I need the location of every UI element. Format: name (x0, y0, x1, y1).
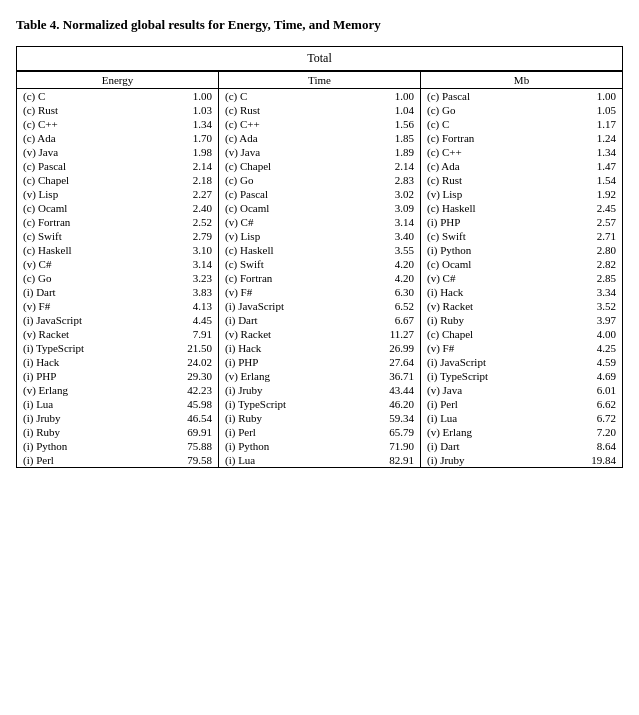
time-section: Time (c) C1.00(c) Rust1.04(c) C++1.56(c)… (219, 71, 421, 468)
lang-cell: (i) Jruby (17, 411, 151, 425)
table-row: (c) C1.00 (17, 89, 218, 104)
value-cell: 11.27 (353, 327, 420, 341)
lang-cell: (i) Python (421, 243, 555, 257)
time-body: (c) C1.00(c) Rust1.04(c) C++1.56(c) Ada1… (219, 89, 420, 468)
table-row: (c) Go2.83 (219, 173, 420, 187)
lang-cell: (i) Ruby (219, 411, 353, 425)
table-row: (c) Ada1.85 (219, 131, 420, 145)
table-row: (c) Ocaml2.40 (17, 201, 218, 215)
table-row: (i) Hack3.34 (421, 285, 622, 299)
table-row: (c) Ocaml2.82 (421, 257, 622, 271)
lang-cell: (c) C++ (17, 117, 151, 131)
table-row: (c) Swift2.71 (421, 229, 622, 243)
value-cell: 3.09 (353, 201, 420, 215)
lang-cell: (i) Dart (219, 313, 353, 327)
data-row: Energy (c) C1.00(c) Rust1.03(c) C++1.34(… (17, 71, 623, 468)
lang-cell: (i) Python (17, 439, 151, 453)
value-cell: 4.20 (353, 257, 420, 271)
value-cell: 21.50 (151, 341, 218, 355)
table-row: (c) C++1.34 (421, 145, 622, 159)
table-row: (v) Lisp3.40 (219, 229, 420, 243)
lang-cell: (v) Erlang (17, 383, 151, 397)
lang-cell: (i) JavaScript (421, 355, 555, 369)
value-cell: 2.79 (151, 229, 218, 243)
value-cell: 2.14 (151, 159, 218, 173)
table-row: (c) Fortran4.20 (219, 271, 420, 285)
value-cell: 46.20 (353, 397, 420, 411)
lang-cell: (v) Erlang (219, 369, 353, 383)
table-row: (i) Jruby43.44 (219, 383, 420, 397)
value-cell: 2.71 (555, 229, 622, 243)
value-cell: 1.92 (555, 187, 622, 201)
value-cell: 2.85 (555, 271, 622, 285)
title-rest: Normalized global results for Energy, Ti… (60, 17, 381, 32)
value-cell: 8.64 (555, 439, 622, 453)
value-cell: 3.52 (555, 299, 622, 313)
value-cell: 2.45 (555, 201, 622, 215)
lang-cell: (c) Ada (421, 159, 555, 173)
value-cell: 59.34 (353, 411, 420, 425)
table-row: (c) Rust1.03 (17, 103, 218, 117)
lang-cell: (i) PHP (219, 355, 353, 369)
lang-cell: (i) Hack (421, 285, 555, 299)
lang-cell: (c) Haskell (421, 201, 555, 215)
table-row: (v) F#6.30 (219, 285, 420, 299)
lang-cell: (i) Hack (17, 355, 151, 369)
lang-cell: (c) Fortran (421, 131, 555, 145)
table-row: (i) Perl65.79 (219, 425, 420, 439)
lang-cell: (c) Go (421, 103, 555, 117)
lang-cell: (c) C (421, 117, 555, 131)
lang-cell: (v) Racket (421, 299, 555, 313)
value-cell: 4.13 (151, 299, 218, 313)
value-cell: 7.20 (555, 425, 622, 439)
value-cell: 3.40 (353, 229, 420, 243)
lang-cell: (c) C (17, 89, 151, 104)
lang-cell: (c) Go (219, 173, 353, 187)
value-cell: 46.54 (151, 411, 218, 425)
lang-cell: (i) Ruby (17, 425, 151, 439)
value-cell: 6.52 (353, 299, 420, 313)
value-cell: 1.03 (151, 103, 218, 117)
lang-cell: (i) TypeScript (17, 341, 151, 355)
value-cell: 69.91 (151, 425, 218, 439)
lang-cell: (c) Pascal (421, 89, 555, 104)
lang-cell: (c) Swift (421, 229, 555, 243)
memory-section: Mb (c) Pascal1.00(c) Go1.05(c) C1.17(c) … (421, 71, 623, 468)
lang-cell: (c) Rust (421, 173, 555, 187)
value-cell: 1.04 (353, 103, 420, 117)
main-table: Total Energy (c) C1.00(c) Rust1.03(c) C+… (16, 46, 623, 468)
value-cell: 1.70 (151, 131, 218, 145)
lang-cell: (c) Fortran (219, 271, 353, 285)
table-row: (v) Erlang7.20 (421, 425, 622, 439)
table-row: (c) Swift2.79 (17, 229, 218, 243)
table-row: (i) PHP29.30 (17, 369, 218, 383)
table-row: (i) Lua82.91 (219, 453, 420, 467)
lang-cell: (v) Racket (17, 327, 151, 341)
energy-section: Energy (c) C1.00(c) Rust1.03(c) C++1.34(… (17, 71, 219, 468)
table-row: (c) C++1.34 (17, 117, 218, 131)
value-cell: 4.45 (151, 313, 218, 327)
value-cell: 1.00 (353, 89, 420, 104)
table-row: (i) Lua45.98 (17, 397, 218, 411)
value-cell: 1.00 (151, 89, 218, 104)
table-row: (v) Erlang36.71 (219, 369, 420, 383)
lang-cell: (i) JavaScript (17, 313, 151, 327)
value-cell: 6.30 (353, 285, 420, 299)
title-bold: Table 4. (16, 17, 60, 32)
table-row: (v) Racket7.91 (17, 327, 218, 341)
value-cell: 1.47 (555, 159, 622, 173)
lang-cell: (i) Lua (219, 453, 353, 467)
table-row: (v) Racket11.27 (219, 327, 420, 341)
table-row: (v) Lisp2.27 (17, 187, 218, 201)
table-title: Table 4. Normalized global results for E… (16, 16, 623, 34)
lang-cell: (i) Lua (421, 411, 555, 425)
value-cell: 3.02 (353, 187, 420, 201)
lang-cell: (c) C (219, 89, 353, 104)
lang-cell: (i) Perl (17, 453, 151, 467)
lang-cell: (c) Haskell (17, 243, 151, 257)
lang-cell: (v) Lisp (17, 187, 151, 201)
lang-cell: (c) Chapel (421, 327, 555, 341)
value-cell: 2.18 (151, 173, 218, 187)
table-row: (v) Racket3.52 (421, 299, 622, 313)
table-row: (c) Fortran1.24 (421, 131, 622, 145)
